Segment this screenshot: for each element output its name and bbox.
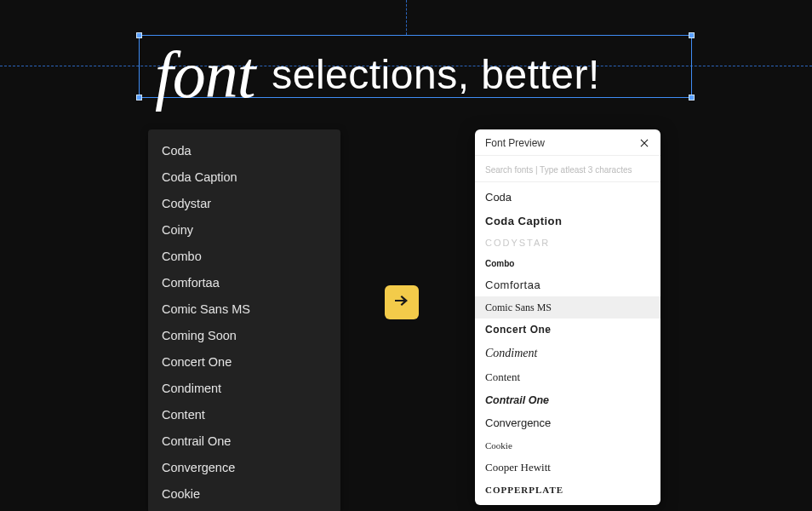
font-preview-item[interactable]: Content (475, 365, 660, 389)
plain-font-item[interactable]: Coda (148, 138, 340, 164)
font-preview-header: Font Preview (475, 129, 660, 155)
plain-font-item[interactable]: Combo (148, 244, 340, 270)
plain-font-item[interactable]: Comfortaa (148, 270, 340, 296)
close-icon[interactable] (638, 137, 650, 149)
arrow-right-icon (392, 290, 412, 314)
font-preview-item[interactable]: Cookie (475, 435, 660, 456)
plain-font-item[interactable]: Convergence (148, 455, 340, 481)
heading-script-word: font (155, 37, 254, 112)
plain-font-list: CodaCoda CaptionCodystarCoinyComboComfor… (148, 129, 340, 511)
resize-handle-bl[interactable] (136, 95, 142, 100)
selected-text-frame[interactable]: font selections, better! (139, 35, 692, 98)
heading-text: font selections, better! (155, 28, 600, 105)
plain-font-item[interactable]: Condiment (148, 376, 340, 402)
resize-handle-br[interactable] (689, 95, 695, 100)
font-preview-item[interactable]: Contrail One (475, 389, 660, 412)
font-preview-title: Font Preview (485, 137, 545, 149)
plain-font-item[interactable]: Cookie (148, 481, 340, 508)
font-preview-item[interactable]: Convergence (475, 411, 660, 435)
font-preview-panel: Font Preview CodaCoda CaptionCODYSTARCom… (475, 129, 660, 505)
font-preview-item[interactable]: Cooper Hewitt (475, 456, 660, 479)
font-preview-item[interactable]: CODYSTAR (475, 233, 660, 254)
font-preview-item[interactable]: Combo (475, 254, 660, 273)
plain-font-item[interactable]: Comic Sans MS (148, 296, 340, 323)
font-preview-list: CodaCoda CaptionCODYSTARComboComfortaaCo… (475, 182, 660, 505)
resize-handle-tl[interactable] (136, 32, 142, 38)
font-preview-item[interactable]: Comfortaa (475, 273, 660, 297)
heading-rest: selections, better! (260, 52, 600, 97)
font-preview-item[interactable]: Copperplate (475, 479, 660, 501)
font-search-wrapper (475, 155, 660, 182)
font-preview-item[interactable]: Condiment (475, 341, 660, 365)
font-preview-item[interactable]: Comic Sans MS (475, 296, 660, 319)
plain-font-item[interactable]: Concert One (148, 349, 340, 376)
plain-font-item[interactable]: Coda Caption (148, 164, 340, 191)
resize-handle-tr[interactable] (689, 32, 695, 38)
font-search-input[interactable] (485, 165, 650, 175)
font-preview-item[interactable]: Concert One (475, 319, 660, 341)
font-preview-item[interactable]: Coda (475, 186, 660, 210)
plain-font-item[interactable]: Codystar (148, 191, 340, 217)
plain-font-item[interactable]: Content (148, 402, 340, 428)
plain-font-item[interactable]: Coiny (148, 217, 340, 244)
arrow-indicator (385, 285, 419, 319)
plain-font-item[interactable]: Contrail One (148, 428, 340, 455)
plain-font-item[interactable]: Coming Soon (148, 323, 340, 349)
font-preview-item[interactable]: Coda Caption (475, 210, 660, 233)
